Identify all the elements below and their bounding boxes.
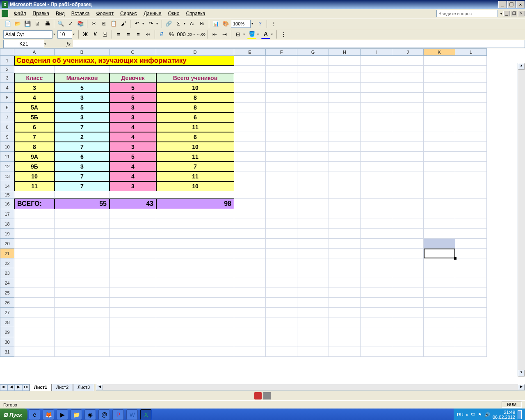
cell[interactable] [455, 317, 487, 327]
cell[interactable] [234, 191, 266, 199]
comma-button[interactable]: 000 [177, 30, 186, 39]
cell[interactable] [156, 219, 234, 229]
cell[interactable] [297, 268, 329, 278]
row-header[interactable]: 2 [0, 66, 14, 73]
cell[interactable] [110, 317, 156, 327]
merge-center-button[interactable]: ⇔ [144, 30, 153, 39]
cell[interactable] [297, 112, 329, 122]
cell[interactable] [392, 132, 424, 142]
cell[interactable] [266, 278, 297, 288]
cell[interactable] [14, 66, 55, 73]
format-painter-button[interactable]: 🖌 [119, 19, 128, 28]
cell[interactable] [14, 191, 55, 199]
cell-girls[interactable]: 3 [110, 142, 156, 152]
task-media-icon[interactable]: ▶ [57, 409, 68, 420]
cell[interactable] [392, 337, 424, 347]
cell[interactable] [234, 298, 266, 308]
menu-view[interactable]: Вид [52, 10, 68, 17]
cell[interactable] [110, 249, 156, 258]
cell[interactable] [234, 66, 266, 73]
row-header[interactable]: 27 [0, 308, 14, 317]
cell[interactable] [110, 239, 156, 249]
cell[interactable] [266, 112, 297, 122]
tray-flag-icon[interactable]: ⚑ [478, 412, 482, 418]
cell[interactable] [455, 249, 487, 258]
align-center-button[interactable]: ≡ [124, 30, 133, 39]
row-header[interactable]: 18 [0, 219, 14, 229]
cell[interactable] [455, 112, 487, 122]
cell[interactable] [266, 229, 297, 239]
underline-button[interactable]: Ч [100, 30, 110, 39]
borders-dropdown-icon[interactable]: ▾ [243, 32, 247, 36]
cell[interactable] [14, 317, 55, 327]
cell[interactable] [266, 103, 297, 112]
row-header[interactable]: 30 [0, 337, 14, 347]
cell[interactable] [55, 298, 110, 308]
cell-boys[interactable]: 3 [55, 93, 110, 103]
cell[interactable] [55, 239, 110, 249]
cell[interactable] [424, 337, 455, 347]
cell[interactable] [266, 73, 297, 83]
row-header[interactable]: 10 [0, 142, 14, 152]
cell[interactable] [329, 239, 361, 249]
cell[interactable] [55, 268, 110, 278]
cell[interactable] [110, 229, 156, 239]
cell[interactable] [424, 93, 455, 103]
cell[interactable] [14, 239, 55, 249]
cell[interactable] [234, 132, 266, 142]
col-header-H[interactable]: H [329, 48, 361, 56]
cell[interactable] [55, 219, 110, 229]
cell[interactable] [455, 268, 487, 278]
select-all-corner[interactable] [0, 48, 14, 56]
cell[interactable] [392, 327, 424, 337]
open-button[interactable]: 📂 [13, 19, 22, 28]
cell[interactable] [424, 317, 455, 327]
cell[interactable] [361, 219, 392, 229]
cell[interactable] [361, 103, 392, 112]
row-header[interactable]: 20 [0, 239, 14, 249]
scroll-left-button[interactable]: ◀ [96, 384, 103, 390]
cell[interactable] [424, 103, 455, 112]
cell-total[interactable]: 6 [156, 112, 234, 122]
cell[interactable] [455, 162, 487, 171]
zoom-dropdown-icon[interactable]: ▾ [251, 22, 255, 25]
cell[interactable] [266, 181, 297, 191]
cell[interactable] [329, 308, 361, 317]
cell[interactable] [424, 132, 455, 142]
tab-prev-button[interactable]: ◀ [7, 384, 15, 391]
cell[interactable] [392, 308, 424, 317]
cell[interactable] [424, 83, 455, 93]
cell[interactable] [266, 298, 297, 308]
cell[interactable] [392, 258, 424, 268]
grip-icon[interactable] [263, 392, 271, 399]
cell[interactable] [455, 209, 487, 219]
cell[interactable] [361, 337, 392, 347]
cell-girls[interactable]: 4 [110, 122, 156, 132]
cell[interactable] [392, 83, 424, 93]
cell-total[interactable]: 7 [156, 162, 234, 171]
cell[interactable] [361, 327, 392, 337]
tray-expand-icon[interactable]: « [466, 412, 468, 417]
research-button[interactable]: 📚 [76, 19, 85, 28]
cell[interactable] [424, 258, 455, 268]
cell[interactable] [361, 347, 392, 357]
cell[interactable] [55, 347, 110, 357]
menu-service[interactable]: Сервис [117, 10, 140, 17]
increase-decimal-button[interactable]: ,00→ [187, 30, 196, 39]
cell[interactable] [392, 142, 424, 152]
font-dropdown-icon[interactable]: ▾ [53, 32, 57, 36]
paste-button[interactable]: 📋 [109, 19, 118, 28]
cell-header-boys[interactable]: Мальчиков [55, 73, 110, 83]
cell[interactable] [156, 278, 234, 288]
cell[interactable] [424, 347, 455, 357]
cell-girls[interactable]: 5 [110, 83, 156, 93]
cell[interactable] [392, 66, 424, 73]
cell-klass[interactable]: 11 [14, 181, 55, 191]
cell-total[interactable]: 11 [156, 152, 234, 162]
toolbar-options-button-2[interactable]: ⋮ [279, 30, 288, 39]
cell[interactable] [392, 249, 424, 258]
cell[interactable] [392, 298, 424, 308]
cell[interactable] [234, 73, 266, 83]
cell-header-girls[interactable]: Девочек [110, 73, 156, 83]
increase-indent-button[interactable]: ⇥ [220, 30, 229, 39]
